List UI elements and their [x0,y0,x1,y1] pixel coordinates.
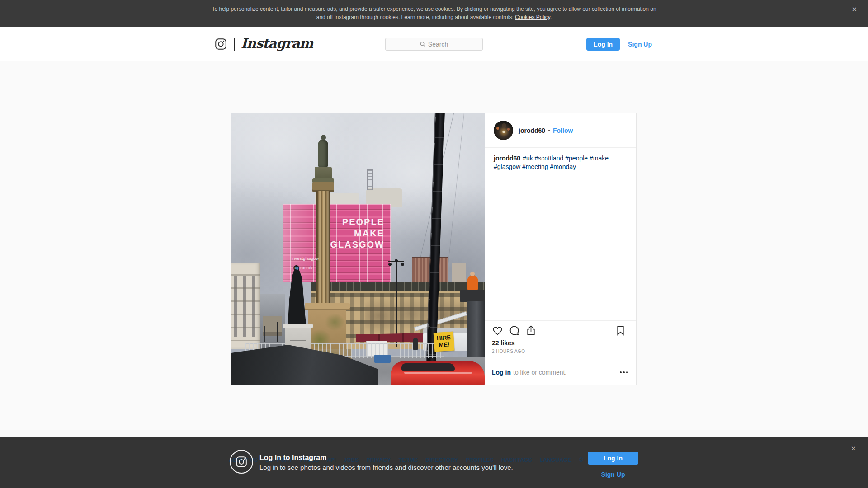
cookie-close-icon[interactable]: ✕ [851,6,857,13]
header-auth-actions: Log In Sign Up [586,27,652,61]
footer-heading: Log In to Instagram [259,454,326,462]
post-photo: PEOPLE MAKE GLASGOW investglasgow cogc.a… [231,113,485,385]
likes-count[interactable]: 22 likes [492,339,629,347]
photo-antenna [367,169,373,190]
photo-building-slogan: PEOPLE MAKE GLASGOW [328,216,384,250]
photo-invest-text: investglasgow [292,256,319,261]
cookies-policy-link[interactable]: Cookies Policy [515,14,550,20]
post-panel: jorodd60 • Follow jorodd60#uk #scottland… [485,113,636,385]
photo-classical-building [231,263,260,349]
footer-link-profiles[interactable]: PROFILES [466,457,494,463]
post-caption: jorodd60#uk #scottland #people #make #gl… [485,148,636,171]
slogan-line-1: PEOPLE [328,216,384,228]
signup-link[interactable]: Sign Up [628,41,652,48]
photo-worker-orange [467,275,478,291]
app-header: Instagram Search Log In Sign Up [0,27,868,61]
footer-copyright: © [579,457,583,463]
login-to-comment-bar: Log in to like or comment. [485,360,636,385]
photo-lift-basket [460,290,485,302]
instagram-home-link[interactable]: Instagram [215,27,313,61]
photo-plinth-cap [283,324,313,328]
footer-signup-link[interactable]: Sign Up [588,471,638,478]
login-helper-text: to like or comment. [513,369,566,376]
comments-empty-area [485,171,636,320]
caption-username[interactable]: jorodd60 [494,155,520,162]
footer-link-api[interactable]: API [326,457,336,463]
photo-distant-building [263,316,282,336]
login-link[interactable]: Log in [492,369,511,376]
post-header: jorodd60 • Follow [485,113,636,148]
search-icon [420,42,425,47]
photo-pedestrian [413,338,418,350]
brand-divider [234,38,235,51]
post-card: PEOPLE MAKE GLASGOW investglasgow cogc.a… [231,113,637,385]
username-link[interactable]: jorodd60 [519,127,545,134]
footer-close-icon[interactable]: ✕ [850,446,856,452]
footer-link-language[interactable]: LANGUAGE [540,457,571,463]
slogan-line-2: MAKE [328,228,384,239]
footer-link-directory[interactable]: DIRECTORY [425,457,458,463]
like-heart-icon[interactable] [492,325,503,336]
footer-instagram-logo [230,450,253,474]
footer-login-banner: ABOUT US SUPPORT PRESS API JOBS PRIVACY … [0,437,868,488]
photo-red-car [391,361,485,385]
more-options-button[interactable] [619,370,629,375]
footer-login-button[interactable]: Log In [588,452,638,465]
search-placeholder: Search [428,41,448,48]
photo-column-statue [318,140,328,168]
follow-button[interactable]: Follow [553,127,573,134]
photo-traffic-pole-2 [264,326,265,342]
avatar[interactable] [494,121,513,140]
photo-machinery [467,301,485,361]
instagram-wordmark: Instagram [241,36,313,53]
footer-camera-icon [236,456,247,468]
photo-hire-me-sign: HIRE ME! [434,332,455,352]
footer-link-hashtags[interactable]: HASHTAGS [501,457,532,463]
instagram-camera-icon [215,38,227,50]
footer-link-terms[interactable]: TERMS [398,457,418,463]
cookie-banner: To help personalize content, tailor and … [0,0,868,27]
username-follow-separator: • [548,127,550,134]
footer-inner: ABOUT US SUPPORT PRESS API JOBS PRIVACY … [230,437,638,488]
instagram-page: To help personalize content, tailor and … [0,0,868,488]
photo-column-shaft [316,191,330,310]
photo-traffic-pole [277,322,278,342]
comment-icon[interactable] [509,325,520,336]
search-input[interactable]: Search [385,38,483,51]
post-timestamp: 2 HOURS AGO [492,349,629,354]
cookie-text-suffix: . [550,14,552,20]
photo-url-text: cogc.ac.uk [292,266,312,270]
photo-pedestal-cornice [305,303,350,310]
post-actions [485,321,636,336]
footer-subheading: Log in to see photos and videos from fri… [259,464,513,471]
slogan-line-3: GLASGOW [328,239,384,250]
footer-link-privacy[interactable]: PRIVACY [366,457,391,463]
photo-highrise-tower-2 [452,263,466,282]
cookie-text: To help personalize content, tailor and … [212,0,657,21]
photo-lamp-lanterns [388,257,404,266]
login-button[interactable]: Log In [586,38,620,51]
photo-blue-tarp [374,355,391,363]
cookie-text-body: To help personalize content, tailor and … [212,6,656,20]
photo-column-capital [312,182,334,192]
bookmark-save-icon[interactable] [615,325,626,336]
share-icon[interactable] [525,325,537,336]
post-actions-section: 22 likes 2 HOURS AGO Log in to like or c… [485,320,636,385]
footer-link-jobs[interactable]: JOBS [344,457,359,463]
